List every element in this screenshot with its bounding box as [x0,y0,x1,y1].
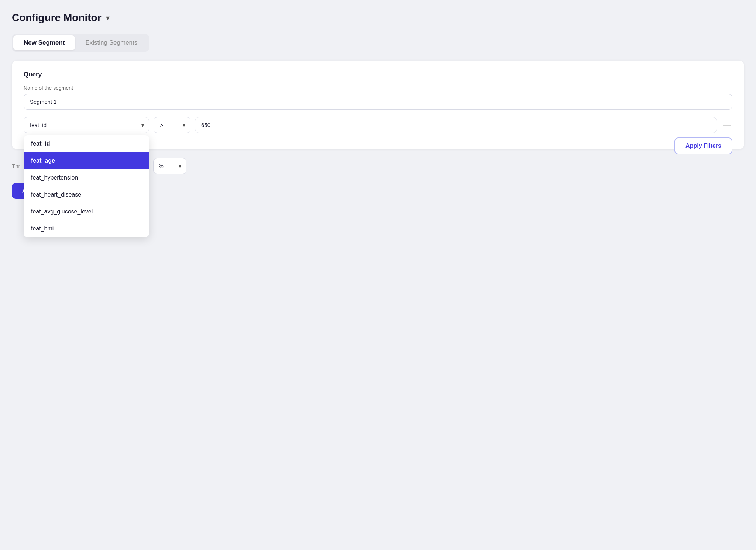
dropdown-item-feat-bmi[interactable]: feat_bmi [24,220,149,237]
tab-existing-segments[interactable]: Existing Segments [75,35,148,50]
tab-bar: New Segment Existing Segments [12,34,149,52]
apply-filters-button[interactable]: Apply Filters [674,137,732,154]
dropdown-item-feat-age[interactable]: feat_age [24,152,149,169]
page-title: Configure Monitor [12,12,102,24]
segment-name-input[interactable] [24,94,732,110]
page-header: Configure Monitor ▾ [12,12,744,24]
filter-value-input[interactable] [195,117,717,133]
unit-wrapper: % abs ▾ [153,158,186,174]
unit-select[interactable]: % abs [153,158,186,174]
dropdown-item-feat-hypertension[interactable]: feat_hypertension [24,169,149,186]
tab-new-segment[interactable]: New Segment [13,35,75,50]
dropdown-item-feat-heart-disease[interactable]: feat_heart_disease [24,186,149,203]
feature-select[interactable]: feat_id feat_age feat_hypertension feat_… [24,117,149,133]
feature-dropdown: feat_id feat_age feat_hypertension feat_… [24,135,149,237]
query-card: Query Name of the segment feat_id feat_a… [12,61,744,149]
dropdown-scroll-area: feat_id feat_age feat_hypertension feat_… [24,135,149,237]
dropdown-item-feat-id[interactable]: feat_id [24,135,149,152]
operator-select[interactable]: > < >= <= = != [154,117,190,133]
feature-select-wrapper: feat_id feat_age feat_hypertension feat_… [24,117,149,133]
remove-filter-button[interactable]: — [721,121,732,129]
threshold-label: Thr [12,163,20,169]
operator-wrapper: > < >= <= = != ▾ [154,117,190,133]
segment-name-label: Name of the segment [24,85,732,91]
filter-row: feat_id feat_age feat_hypertension feat_… [24,117,732,133]
query-section-title: Query [24,71,732,78]
header-chevron-icon[interactable]: ▾ [106,13,110,22]
dropdown-item-feat-avg-glucose-level[interactable]: feat_avg_glucose_level [24,203,149,220]
